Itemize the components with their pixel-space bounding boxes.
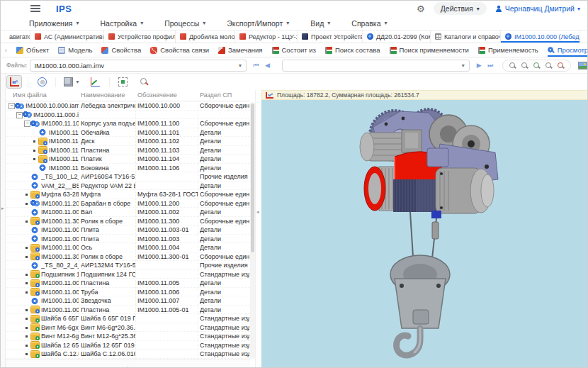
table-row[interactable]: IM1000.11.005... Пластина IM1000.11.005 … bbox=[6, 279, 250, 288]
expander-icon[interactable] bbox=[24, 323, 30, 332]
image-settings-icon[interactable] bbox=[578, 62, 587, 69]
zoom-in-icon[interactable] bbox=[509, 62, 516, 69]
table-row[interactable]: IM1000.11.100... Корпус узла подъема IM1… bbox=[6, 119, 250, 128]
expander-icon[interactable] bbox=[24, 341, 30, 350]
user-menu[interactable]: Чернавчиц Дмитрий ▾ bbox=[495, 4, 580, 13]
table-row[interactable]: Шайба 6 65Г 0... Шайба 6 65Г 019 ГОСТ ..… bbox=[6, 314, 250, 323]
view-cube-button[interactable]: ▼ bbox=[62, 75, 82, 89]
expander-icon[interactable] bbox=[24, 350, 30, 358]
expander-icon[interactable] bbox=[24, 314, 30, 323]
area-measure-button[interactable]: м² bbox=[6, 75, 22, 89]
table-row[interactable]: IM1000.11.004... Ось IM1000.11.004 Детал… bbox=[6, 243, 250, 252]
table-row[interactable]: IM1000.11.005... Пластина IM1000.11.005-… bbox=[6, 306, 250, 315]
ribbon-item[interactable]: Свойства bbox=[101, 43, 141, 57]
table-row[interactable]: IM1000.11.000.iam bbox=[6, 111, 250, 120]
expander-icon[interactable] bbox=[24, 217, 30, 225]
table-row[interactable]: IM1000.11.007... Звездочка IM1000.11.007… bbox=[6, 296, 250, 306]
expander-icon[interactable] bbox=[24, 306, 30, 314]
scrollbar-thumb[interactable] bbox=[251, 104, 254, 252]
gear-icon[interactable]: ⚙ bbox=[417, 4, 425, 14]
table-row[interactable]: IM1000.11.200... Барабан в сборе IM1000.… bbox=[6, 199, 250, 208]
ribbon-item[interactable]: Свойства связи bbox=[150, 43, 209, 57]
ribbon-item[interactable]: Просмотр bbox=[548, 43, 588, 57]
document-tab[interactable]: Дробилка молотковая ✕ bbox=[176, 30, 235, 43]
tree-vertical-scrollbar[interactable] bbox=[250, 102, 255, 359]
zoom-fit-icon[interactable] bbox=[533, 62, 541, 69]
expander-icon[interactable] bbox=[24, 261, 30, 269]
document-tab[interactable]: Проект Устройство проф... ✕ bbox=[298, 30, 363, 43]
file-select[interactable]: IM1000.10.000.iam.imv ▼ bbox=[30, 60, 247, 72]
table-row[interactable]: IM1000.11.003... Плита IM1000.11.003-01 … bbox=[6, 225, 250, 235]
table-row[interactable]: IM1000.11.1... Диск IM1000.11.102 Детали bbox=[6, 137, 250, 146]
tree-bottom-bar[interactable]: ▲ bbox=[6, 359, 250, 368]
table-row[interactable]: _TS_100_L2_4_... АИР160S4 ТУ16-526.62...… bbox=[6, 172, 250, 182]
ribbon-item[interactable]: Замечания bbox=[218, 43, 262, 57]
table-row[interactable]: IM1000.11.1... Платик IM1000.11.104 Дета… bbox=[6, 155, 250, 164]
document-tab[interactable]: авигатор ✕ bbox=[1, 30, 30, 43]
expander-icon[interactable] bbox=[24, 172, 30, 181]
next-page-icon[interactable]: ▶︎ bbox=[474, 62, 484, 69]
table-row[interactable]: IM1000.11.300-... Ролик в сборе IM1000.1… bbox=[6, 252, 250, 262]
panel-splitter[interactable]: ◂ bbox=[255, 90, 261, 368]
table-row[interactable]: IM1000.11.003... Плита IM1000.11.003 Дет… bbox=[6, 235, 250, 244]
expander-icon[interactable] bbox=[24, 119, 30, 128]
column-header-name[interactable]: Наименование bbox=[81, 91, 125, 99]
expander-icon[interactable] bbox=[24, 199, 30, 208]
column-header-file[interactable]: Имя файла bbox=[13, 91, 47, 99]
column-header-designation[interactable]: Обозначение bbox=[137, 91, 177, 99]
ribbon-item[interactable]: Модель bbox=[58, 43, 92, 57]
expander-icon[interactable] bbox=[24, 279, 30, 287]
orbit-button[interactable] bbox=[34, 75, 50, 89]
document-tab[interactable]: Каталоги и справочники I... ✕ bbox=[431, 30, 501, 43]
scroll-left-icon[interactable]: ‹ bbox=[5, 47, 7, 54]
menu-item[interactable]: Вид ▾ bbox=[310, 19, 330, 28]
expander-icon[interactable] bbox=[32, 128, 38, 137]
menu-item[interactable]: Процессы ▾ bbox=[164, 19, 205, 28]
expander-icon[interactable] bbox=[16, 111, 23, 119]
table-row[interactable]: _TS_80_2_4_B5... АИР132М4 ТУ16-525.57...… bbox=[6, 261, 250, 270]
ribbon-item[interactable]: Применяемость bbox=[478, 43, 538, 57]
table-row[interactable]: IM1000.10.000.iam Лебедка электрическая … bbox=[6, 101, 250, 111]
menu-item[interactable]: Справка ▾ bbox=[351, 19, 387, 28]
zoom-window-button[interactable] bbox=[137, 75, 152, 89]
zoom-out-icon[interactable] bbox=[521, 62, 528, 69]
table-row[interactable]: VAM_22__B5.3d... Редуктор VAM 22 В5 Дета… bbox=[6, 182, 250, 191]
table-row[interactable]: Подшипник 12... Подшипник 124 ГОСТ 8... … bbox=[6, 270, 250, 279]
expander-icon[interactable] bbox=[24, 270, 30, 279]
table-row[interactable]: Муфта 63-28-1 ... Муфта Муфта 63-28-1 ГО… bbox=[6, 190, 250, 199]
document-tab[interactable]: IM1000.10.000 (Лебедка э... ✕ bbox=[501, 30, 580, 43]
document-tab[interactable]: АС (Административное з... ✕ bbox=[30, 30, 104, 43]
ribbon-item[interactable]: Поиск применяемости bbox=[390, 43, 469, 57]
column-header-section[interactable]: Раздел СП bbox=[200, 91, 232, 99]
expander-icon[interactable] bbox=[24, 235, 30, 243]
menu-item[interactable]: Приложения ▾ bbox=[29, 19, 79, 28]
table-row[interactable]: Винт М12-6gх2... Винт М12-6g*25.36.019 .… bbox=[6, 332, 250, 341]
menu-item[interactable]: Настройка ▾ bbox=[100, 19, 143, 28]
triad-button[interactable] bbox=[88, 75, 103, 89]
left-panel-edge[interactable]: ▸ bbox=[1, 74, 6, 368]
table-row[interactable]: IM1000.11.1... Пластина IM1000.11.103 Де… bbox=[6, 146, 250, 155]
expander-icon[interactable] bbox=[24, 332, 30, 340]
ribbon-item[interactable]: Объект bbox=[16, 43, 49, 57]
document-tab[interactable]: Редуктор - 1ЦУ-160 ✕ bbox=[235, 30, 298, 43]
document-tab[interactable]: ДД20.01-2099 (Коммутат... ✕ bbox=[363, 30, 431, 43]
first-page-icon[interactable]: ⏮︎ bbox=[251, 62, 261, 69]
table-row[interactable]: Шайба 12 65Г ... Шайба 12 65Г 019 ГОСТ..… bbox=[6, 341, 250, 350]
table-row[interactable]: IM1000.11.1... Боковина IM1000.11.106 Де… bbox=[6, 164, 250, 173]
secondary-file-select[interactable]: ▼ bbox=[282, 60, 470, 72]
ribbon-item[interactable]: Состоит из bbox=[272, 43, 316, 57]
expander-icon[interactable] bbox=[32, 146, 38, 155]
expander-icon[interactable] bbox=[24, 190, 30, 199]
table-row[interactable]: IM1000.11.006... Труба IM1000.11.006 Дет… bbox=[6, 288, 250, 297]
zoom-window-icon[interactable] bbox=[545, 62, 553, 69]
model-3d-canvas[interactable] bbox=[261, 100, 588, 368]
expander-icon[interactable] bbox=[32, 155, 38, 163]
table-row[interactable]: IM1000.11.300... Ролик в сборе IM1000.11… bbox=[6, 217, 250, 226]
ribbon-item[interactable]: Поиск состава bbox=[325, 43, 380, 57]
expander-icon[interactable] bbox=[9, 101, 15, 110]
expander-icon[interactable] bbox=[24, 208, 30, 216]
last-page-icon[interactable]: ⏭︎ bbox=[485, 62, 495, 69]
expander-icon[interactable] bbox=[24, 288, 30, 296]
prev-page-icon[interactable]: ◀︎ bbox=[262, 62, 272, 69]
actions-button[interactable]: Действия ▾ bbox=[434, 2, 487, 15]
